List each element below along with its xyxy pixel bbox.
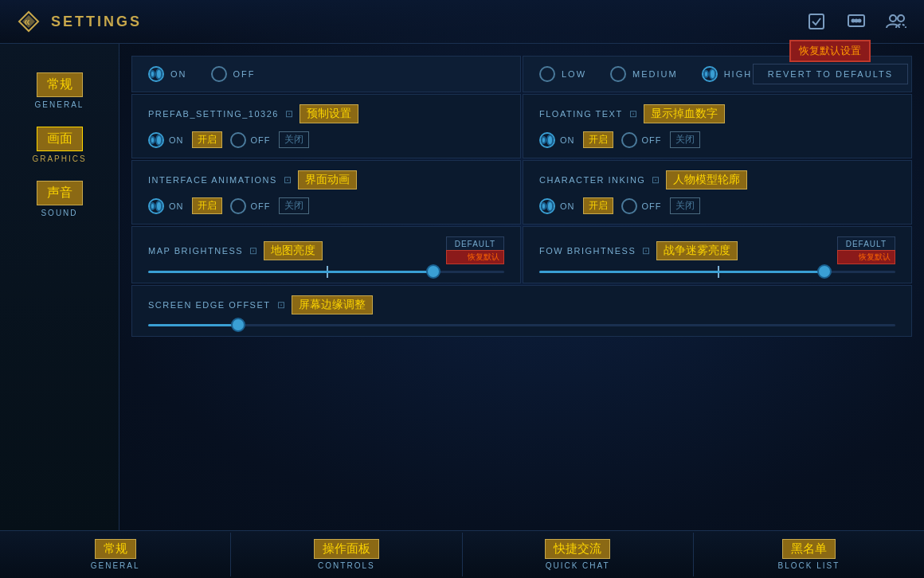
screen-edge-offset-section: SCREEN EDGE OFFSET ⊡ 屏幕边缘调整 — [131, 285, 912, 337]
map-brightness-slider[interactable] — [148, 271, 504, 273]
screen-edge-slider[interactable] — [148, 324, 895, 326]
right-radio-low[interactable]: LOW — [539, 66, 586, 82]
screen-edge-info-icon[interactable]: ⊡ — [277, 299, 285, 310]
interface-on-cn-label: 开启 — [192, 197, 222, 214]
left-radio-on[interactable]: ON — [148, 66, 187, 82]
character-inking-section: CHARACTER INKING ⊡ 人物模型轮廓 ON 开启 OFF 关闭 — [523, 160, 912, 225]
settings-grid: ON OFF LOW MEDIUM HIGH — [131, 56, 912, 337]
right-radio-high-label: HIGH — [724, 69, 753, 79]
floating-info-icon[interactable]: ⊡ — [629, 108, 637, 119]
floating-en-title: FLOATING TEXT — [539, 109, 623, 119]
interface-toggle-off[interactable]: OFF — [230, 198, 271, 214]
floating-cn-title: 显示掉血数字 — [644, 104, 725, 123]
sidebar-item-sound[interactable]: 声音 SOUND — [16, 176, 104, 222]
bottom-nav-quickchat-en: QUICK CHAT — [469, 561, 687, 570]
bottom-nav-general-cn: 常规 — [95, 539, 136, 559]
prefab-off-radio — [230, 132, 246, 148]
fow-brightness-section: FOW BRIGHTNESS ⊡ 战争迷雾亮度 DEFAULT 恢复默认 — [523, 226, 912, 283]
floating-toggle-off[interactable]: OFF — [621, 132, 662, 148]
character-toggle-off[interactable]: OFF — [621, 198, 662, 214]
interface-toggle-on[interactable]: ON — [148, 198, 184, 214]
map-brightness-header: MAP BRIGHTNESS ⊡ 地图亮度 DEFAULT 恢复默认 — [148, 236, 504, 264]
right-radio-high[interactable]: HIGH — [702, 66, 753, 82]
interface-title-row: INTERFACE ANIMATIONS ⊡ 界面动画 — [148, 170, 504, 189]
profile-icon[interactable] — [884, 10, 908, 33]
prefab-off-label: OFF — [251, 135, 271, 145]
right-radio-low-label: LOW — [562, 69, 586, 79]
map-brightness-default-cn: 恢复默认 — [446, 250, 504, 264]
revert-chinese-label: 恢复默认设置 — [789, 40, 871, 62]
left-radio-off-label: OFF — [233, 69, 256, 79]
character-on-radio — [539, 198, 555, 214]
interface-info-icon[interactable]: ⊡ — [284, 174, 292, 186]
svg-point-9 — [898, 15, 904, 21]
left-top-radio-row: ON OFF — [131, 56, 521, 92]
fow-brightness-header: FOW BRIGHTNESS ⊡ 战争迷雾亮度 DEFAULT 恢复默认 — [539, 236, 895, 264]
character-cn-title: 人物模型轮廓 — [666, 170, 747, 189]
right-radio-medium-label: MEDIUM — [632, 69, 678, 79]
left-radio-on-circle — [148, 66, 164, 82]
fow-brightness-slider[interactable] — [539, 271, 895, 273]
prefab-on-label: ON — [169, 135, 184, 145]
character-info-icon[interactable]: ⊡ — [652, 174, 660, 186]
svg-point-5 — [852, 20, 855, 22]
bottom-nav-controls[interactable]: 操作面板 CONTROLS — [231, 533, 462, 576]
floating-toggle-on[interactable]: ON — [539, 132, 575, 148]
chat-icon[interactable] — [844, 10, 868, 33]
character-toggle-on[interactable]: ON — [539, 198, 575, 214]
floating-toggle-row: ON 开启 OFF 关闭 — [539, 131, 895, 148]
interface-off-cn-label: 关闭 — [279, 197, 309, 214]
prefab-setting-section: PREFAB_SETTING_10326 ⊡ 预制设置 ON 开启 OFF 关闭 — [131, 94, 521, 158]
sidebar-graphics-cn-label: 画面 — [37, 127, 83, 151]
interface-on-radio — [148, 198, 164, 214]
fow-brightness-info-icon[interactable]: ⊡ — [642, 245, 650, 256]
character-title-row: CHARACTER INKING ⊡ 人物模型轮廓 — [539, 170, 895, 189]
interface-off-label: OFF — [251, 201, 271, 211]
sidebar-item-general[interactable]: 常规 GENERAL — [16, 68, 104, 114]
sidebar-general-cn-label: 常规 — [37, 72, 83, 97]
interface-on-label: ON — [169, 201, 184, 211]
bottom-nav-controls-en: CONTROLS — [237, 561, 455, 570]
sidebar-item-graphics[interactable]: 画面 GRAPHICS — [16, 122, 104, 168]
prefab-info-icon[interactable]: ⊡ — [285, 108, 293, 119]
logo-icon: « — [16, 9, 41, 34]
right-radio-high-circle — [702, 66, 718, 82]
character-toggle-row: ON 开启 OFF 关闭 — [539, 197, 895, 214]
sidebar: 常规 GENERAL 画面 GRAPHICS 声音 SOUND — [0, 44, 119, 530]
sidebar-graphics-en-label: GRAPHICS — [19, 154, 100, 163]
prefab-toggle-off[interactable]: OFF — [230, 132, 271, 148]
prefab-cn-title: 预制设置 — [300, 104, 358, 123]
map-brightness-info-icon[interactable]: ⊡ — [249, 245, 257, 256]
left-radio-on-label: ON — [170, 69, 187, 79]
revert-to-defaults-button[interactable]: REVERT TO DEFAULTS — [753, 64, 908, 84]
right-radio-medium[interactable]: MEDIUM — [610, 66, 678, 82]
character-on-cn-label: 开启 — [583, 197, 613, 214]
fow-brightness-default-cn: 恢复默认 — [837, 250, 895, 264]
fow-brightness-en-title: FOW BRIGHTNESS — [539, 246, 636, 256]
page-title: SETTINGS — [51, 14, 142, 30]
bottom-nav: 常规 GENERAL 操作面板 CONTROLS 快捷交流 QUICK CHAT… — [0, 530, 924, 578]
screen-edge-cn-title: 屏幕边缘调整 — [292, 295, 373, 314]
bottom-nav-quickchat[interactable]: 快捷交流 QUICK CHAT — [463, 533, 694, 576]
screen-edge-en-title: SCREEN EDGE OFFSET — [148, 300, 271, 310]
prefab-toggle-on[interactable]: ON — [148, 132, 184, 148]
interface-cn-title: 界面动画 — [298, 170, 357, 189]
header: « SETTINGS — [0, 0, 924, 44]
svg-point-8 — [890, 15, 896, 21]
revert-area: 恢复默认设置 REVERT TO DEFAULTS — [753, 40, 908, 84]
character-off-cn-label: 关闭 — [670, 197, 700, 214]
main-content: ON OFF LOW MEDIUM HIGH — [119, 44, 924, 530]
character-en-title: CHARACTER INKING — [539, 175, 645, 185]
floating-on-label: ON — [560, 135, 575, 145]
svg-point-6 — [855, 20, 858, 22]
screen-edge-title-row: SCREEN EDGE OFFSET ⊡ 屏幕边缘调整 — [148, 295, 895, 314]
bottom-nav-general[interactable]: 常规 GENERAL — [0, 533, 231, 576]
checkmark-icon[interactable] — [805, 10, 828, 33]
left-radio-off[interactable]: OFF — [211, 66, 256, 82]
character-off-radio — [621, 198, 637, 214]
left-radio-off-circle — [211, 66, 227, 82]
character-on-label: ON — [560, 201, 575, 211]
prefab-title-row: PREFAB_SETTING_10326 ⊡ 预制设置 — [148, 104, 504, 123]
bottom-nav-blocklist[interactable]: 黑名单 BLOCK LIST — [694, 533, 924, 576]
prefab-toggle-row: ON 开启 OFF 关闭 — [148, 131, 504, 148]
